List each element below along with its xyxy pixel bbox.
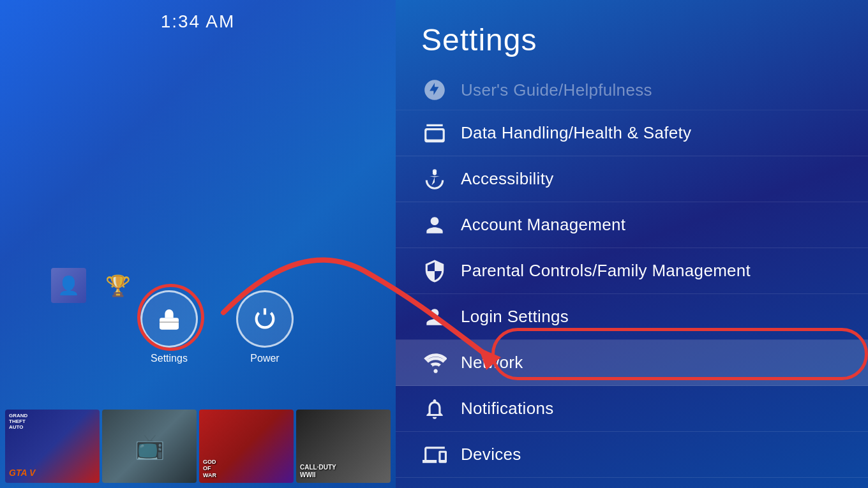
game-thumb-gta[interactable]: GRANDTHEFTAUTO GTA V bbox=[5, 410, 100, 483]
accessibility-icon bbox=[421, 166, 448, 193]
network-icon bbox=[421, 350, 448, 376]
login-settings-icon bbox=[421, 304, 448, 330]
settings-item-notifications[interactable]: Notifications bbox=[396, 386, 868, 432]
accessibility-label: Accessibility bbox=[461, 169, 554, 189]
parental-controls-label: Parental Controls/Family Management bbox=[461, 261, 751, 281]
notifications-icon bbox=[421, 396, 448, 422]
users-guide-icon bbox=[421, 77, 448, 103]
left-panel: 1:34 AM 👤 🏆 Settings bbox=[0, 0, 396, 488]
settings-item-network[interactable]: Network bbox=[396, 340, 868, 386]
login-settings-label: Login Settings bbox=[461, 307, 569, 327]
account-management-label: Account Management bbox=[461, 215, 625, 235]
settings-item-users-guide[interactable]: User's Guide/Helpfulness bbox=[396, 70, 868, 110]
devices-icon bbox=[421, 441, 448, 468]
data-handling-icon bbox=[421, 120, 448, 147]
person-thumbnail: 👤 bbox=[51, 268, 86, 303]
settings-title: Settings bbox=[396, 13, 868, 70]
settings-icon-circle bbox=[140, 290, 198, 348]
notifications-label: Notifications bbox=[461, 399, 554, 418]
settings-item-devices[interactable]: Devices bbox=[396, 432, 868, 478]
trophy-icon: 🏆 bbox=[105, 274, 131, 298]
data-handling-label: Data Handling/Health & Safety bbox=[461, 123, 691, 143]
parental-controls-icon bbox=[421, 258, 448, 285]
settings-item-data-handling[interactable]: Data Handling/Health & Safety bbox=[396, 110, 868, 156]
settings-item-login-settings[interactable]: Login Settings bbox=[396, 294, 868, 340]
game-thumbnails-row: GRANDTHEFTAUTO GTA V 📺 GODOFWAR CALL·DUT… bbox=[0, 404, 396, 488]
game-thumb-cod[interactable]: CALL·DUTYWWII bbox=[296, 410, 391, 483]
game-thumb-tv[interactable]: 📺 bbox=[102, 410, 197, 483]
settings-list: User's Guide/Helpfulness Data Handling/H… bbox=[396, 70, 868, 478]
time-display: 1:34 AM bbox=[161, 11, 236, 32]
users-guide-label: User's Guide/Helpfulness bbox=[461, 80, 652, 100]
menu-icons-row: Settings Power bbox=[140, 290, 294, 364]
settings-item-accessibility[interactable]: Accessibility bbox=[396, 156, 868, 202]
right-panel: Settings User's Guide/Helpfulness Data H… bbox=[396, 0, 868, 488]
top-icons-row: 👤 🏆 bbox=[51, 268, 131, 303]
settings-menu-item[interactable]: Settings bbox=[140, 290, 198, 364]
network-label: Network bbox=[461, 353, 523, 373]
power-label: Power bbox=[250, 353, 279, 364]
settings-item-parental-controls[interactable]: Parental Controls/Family Management bbox=[396, 248, 868, 294]
settings-item-account-management[interactable]: Account Management bbox=[396, 202, 868, 248]
settings-label: Settings bbox=[151, 353, 188, 364]
game-thumb-gow[interactable]: GODOFWAR bbox=[199, 410, 294, 483]
devices-label: Devices bbox=[461, 445, 521, 464]
account-management-icon bbox=[421, 212, 448, 239]
power-icon-circle bbox=[236, 290, 294, 348]
power-menu-item[interactable]: Power bbox=[236, 290, 294, 364]
